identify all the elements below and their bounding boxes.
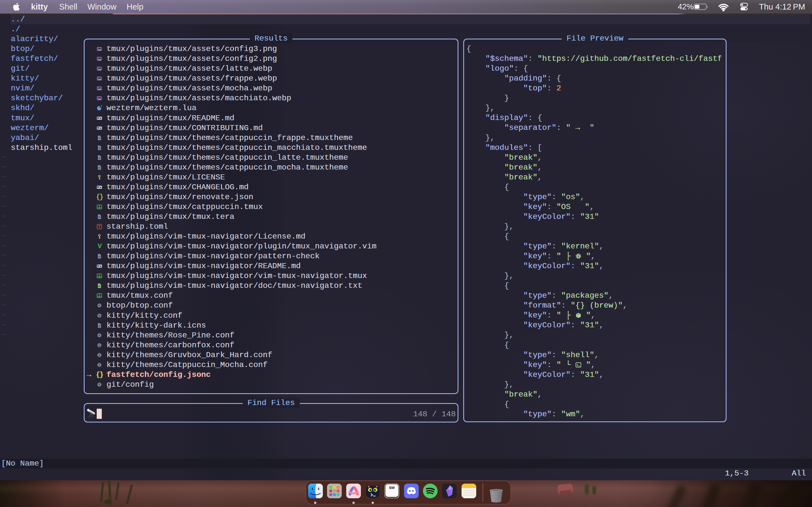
svg-text:$W: $W: [389, 486, 395, 490]
